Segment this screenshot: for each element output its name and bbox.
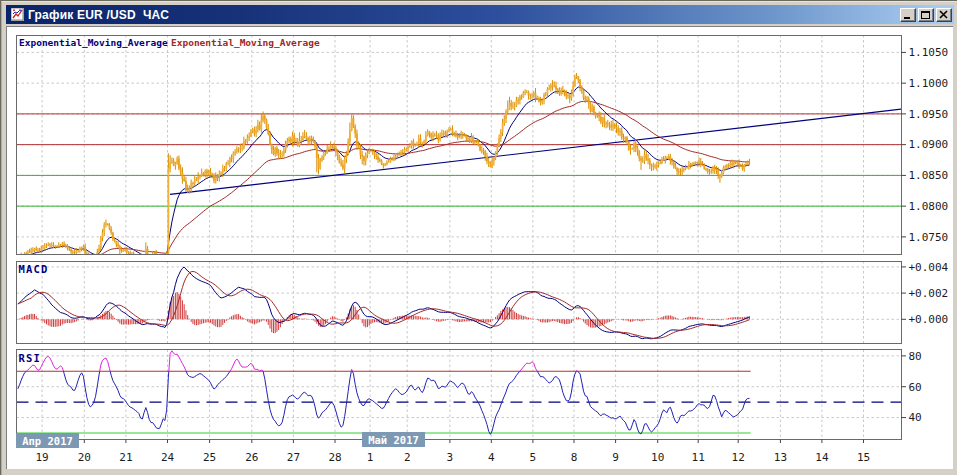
time-label: 5 [530, 451, 537, 464]
chart-window: График EUR /USD ЧАС 1.10501.10001.09501.… [1, 1, 957, 475]
price-scale: 1.10501.10001.09501.09001.08501.08001.07… [901, 46, 949, 424]
chart-canvas[interactable]: 1.10501.10001.09501.09001.08501.08001.07… [0, 1, 957, 475]
rsi-line-segment [351, 369, 352, 371]
time-label: 10 [651, 451, 664, 464]
rsi-label: RSI [19, 352, 42, 364]
scale-label: 1.1050 [909, 46, 949, 59]
scale-label: +0.000 [909, 313, 949, 326]
time-label: 21 [119, 451, 132, 464]
scale-label: 1.0750 [909, 231, 949, 244]
time-label: 20 [78, 451, 91, 464]
time-label: 8 [571, 451, 578, 464]
time-label: 12 [732, 451, 745, 464]
chart-content: 1.10501.10001.09501.09001.08501.08001.07… [6, 26, 953, 469]
time-label: 9 [612, 451, 619, 464]
time-label: 3 [447, 451, 454, 464]
ema-label-1: Exponential_Moving_Average [171, 37, 320, 48]
scale-label: 1.0800 [909, 200, 949, 213]
time-label: 11 [692, 451, 705, 464]
scale-label: 1.0850 [909, 169, 949, 182]
macd-panel-bg[interactable] [17, 261, 902, 343]
time-label: 1 [367, 451, 374, 464]
scale-label: 40 [909, 411, 922, 424]
scale-label: 1.1000 [909, 77, 949, 90]
scale-label: 80 [909, 350, 922, 363]
time-label: 28 [328, 451, 341, 464]
month-label: Апр 2017 [22, 435, 73, 447]
time-label: 4 [488, 451, 495, 464]
time-label: 2 [404, 451, 411, 464]
scale-label: +0.002 [909, 287, 949, 300]
screenshot-stage: График EUR /USD ЧАС 1.10501.10001.09501.… [0, 0, 957, 475]
month-label: Май 2017 [368, 434, 419, 446]
time-label: 14 [815, 451, 829, 464]
scale-label: +0.004 [909, 261, 949, 274]
rsi-panel-bg[interactable] [17, 350, 902, 440]
time-label: 15 [857, 451, 870, 464]
time-label: 19 [35, 451, 48, 464]
scale-label: 60 [909, 381, 922, 394]
time-label: 26 [245, 451, 258, 464]
time-label: 25 [203, 451, 216, 464]
macd-label: MACD [19, 263, 49, 275]
time-label: 24 [161, 451, 175, 464]
scale-label: 1.0900 [909, 138, 949, 151]
rsi-line-segment [576, 371, 577, 372]
ema-label-0: Exponential_Moving_Average [19, 37, 168, 48]
time-label: 27 [287, 451, 300, 464]
scale-label: 1.0950 [909, 108, 949, 121]
time-label: 13 [774, 451, 787, 464]
